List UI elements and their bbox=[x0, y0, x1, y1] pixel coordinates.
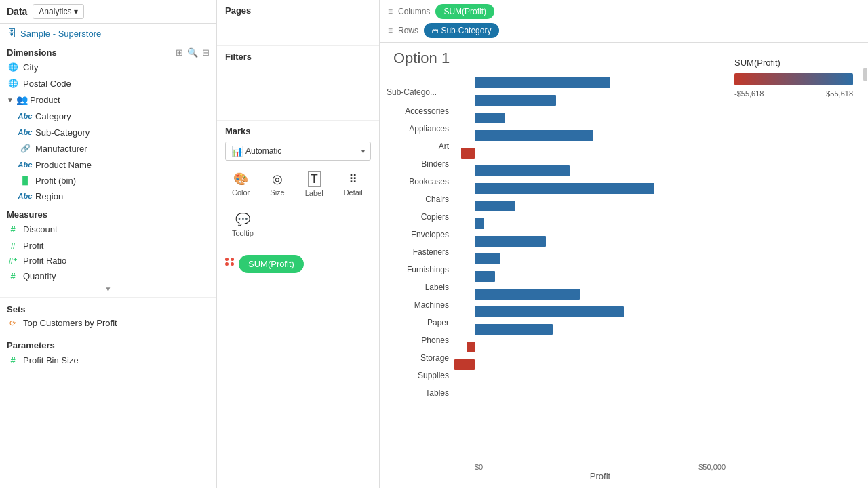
label-copiers: Copiers bbox=[387, 208, 454, 226]
marks-tooltip-button[interactable]: 💬 Tooltip bbox=[225, 208, 260, 241]
field-item-profit[interactable]: # Profit bbox=[3, 237, 214, 253]
columns-pill[interactable]: SUM(Profit) bbox=[435, 4, 494, 19]
field-label: Postal Code bbox=[23, 79, 71, 89]
bar-accessories bbox=[475, 77, 610, 88]
search-icon[interactable]: 🔍 bbox=[187, 47, 198, 58]
bar-row-furnishings bbox=[454, 232, 726, 250]
label-paper: Paper bbox=[387, 314, 454, 331]
bar-row-supplies bbox=[454, 338, 726, 356]
field-label: Category bbox=[35, 111, 71, 121]
field-item-product-group[interactable]: ▼ 👥 Product bbox=[3, 92, 214, 108]
bar-row-appliances bbox=[454, 92, 726, 109]
tooltip-label: Tooltip bbox=[232, 229, 254, 237]
label-machines: Machines bbox=[387, 296, 454, 314]
marks-label-button[interactable]: T Label bbox=[298, 167, 330, 201]
dimensions-list: 🌐 City 🌐 Postal Code ▼ 👥 Product Abc Cat… bbox=[0, 59, 216, 204]
datasource-row[interactable]: 🗄 Sample - Superstore bbox=[0, 24, 216, 43]
marks-type-icon: 📊 bbox=[231, 146, 243, 157]
label-supplies: Supplies bbox=[387, 367, 454, 384]
params-header: Parameters bbox=[7, 340, 55, 350]
pages-content bbox=[225, 20, 371, 40]
bar-row-phones bbox=[454, 303, 726, 321]
bar-bookcases bbox=[461, 148, 475, 159]
marks-size-button[interactable]: ◎ Size bbox=[263, 167, 291, 201]
chart-area: Option 1 Sub-Catego... Accessories Appli… bbox=[380, 43, 868, 488]
bar-phones bbox=[475, 306, 624, 317]
hash-icon: # bbox=[7, 223, 19, 235]
label-label: Label bbox=[305, 189, 323, 197]
grid-icon[interactable]: ⊞ bbox=[176, 47, 183, 58]
field-item-city[interactable]: 🌐 City bbox=[3, 59, 214, 75]
hash-plus-icon: #⁺ bbox=[7, 256, 19, 266]
field-item-profit-bin[interactable]: ▐▌ Profit (bin) bbox=[3, 173, 214, 188]
abc-icon: Abc bbox=[19, 190, 31, 202]
field-item-discount[interactable]: # Discount bbox=[3, 221, 214, 237]
field-item-postal-code[interactable]: 🌐 Postal Code bbox=[3, 75, 214, 92]
sort-icon[interactable]: ⊟ bbox=[202, 47, 210, 58]
field-item-product-name[interactable]: Abc Product Name bbox=[3, 157, 214, 173]
x-axis-labels: $0 $50,000 bbox=[475, 463, 726, 471]
measures-list: # Discount # Profit #⁺ Profit Ratio # Qu… bbox=[0, 221, 216, 294]
chart-content: Sub-Catego... Accessories Appliances Art… bbox=[387, 74, 726, 481]
datasource-label: Sample - Superstore bbox=[20, 28, 101, 39]
bar-row-labels bbox=[454, 250, 726, 268]
field-item-profit-bin-size[interactable]: # Profit Bin Size bbox=[3, 352, 214, 368]
marks-detail-button[interactable]: ⠿ Detail bbox=[337, 167, 370, 201]
x-zero-label: $0 bbox=[475, 463, 483, 471]
rows-pill[interactable]: 🗃 Sub-Category bbox=[424, 23, 499, 38]
field-item-sub-category[interactable]: Abc Sub-Category bbox=[3, 124, 214, 140]
bar-envelopes bbox=[475, 201, 515, 211]
sidebar-header: Data Analytics ▾ bbox=[0, 0, 216, 24]
field-item-top-customers[interactable]: ⟳ Top Customers by Profit bbox=[3, 316, 214, 330]
rows-label: Rows bbox=[398, 26, 418, 35]
x-axis-title-container: Profit bbox=[475, 471, 726, 481]
field-label: Profit (bin) bbox=[35, 176, 76, 186]
bar-row-storage bbox=[454, 321, 726, 338]
sum-profit-pill[interactable]: SUM(Profit) bbox=[239, 255, 304, 273]
field-item-quantity[interactable]: # Quantity bbox=[3, 268, 214, 284]
bar-row-paper bbox=[454, 285, 726, 303]
sub-category-items: Accessories Appliances Art Binders Bookc… bbox=[387, 102, 454, 402]
field-item-profit-ratio[interactable]: #⁺ Profit Ratio bbox=[3, 253, 214, 268]
legend-title: SUM(Profit) bbox=[734, 58, 853, 68]
measures-header: Measures bbox=[7, 209, 47, 220]
marks-color-button[interactable]: 🎨 Color bbox=[225, 167, 256, 201]
filters-label: Filters bbox=[225, 52, 371, 62]
marks-section: Marks 📊 Automatic ▾ 🎨 Color ◎ Size T Lab… bbox=[217, 121, 379, 488]
bar-row-art bbox=[454, 109, 726, 127]
field-item-region[interactable]: Abc Region bbox=[3, 188, 214, 204]
label-accessories: Accessories bbox=[387, 102, 454, 120]
field-label: City bbox=[23, 62, 38, 73]
pages-section: Pages bbox=[217, 0, 379, 46]
globe-icon: 🌐 bbox=[7, 77, 19, 89]
bar-binders bbox=[475, 130, 593, 141]
bar-row-machines bbox=[454, 268, 726, 285]
marks-type-dropdown[interactable]: 📊 Automatic ▾ bbox=[225, 142, 371, 161]
analytics-dropdown[interactable]: Analytics ▾ bbox=[33, 4, 84, 19]
negative-space-supplies bbox=[454, 342, 475, 352]
sum-profit-label: SUM(Profit) bbox=[248, 259, 294, 269]
bar-icon: ▐▌ bbox=[19, 175, 31, 186]
bar-fasteners bbox=[475, 218, 484, 229]
bar-furnishings bbox=[475, 236, 546, 247]
label-envelopes: Envelopes bbox=[387, 226, 454, 243]
globe-icon: 🌐 bbox=[7, 61, 19, 73]
pages-label: Pages bbox=[225, 5, 371, 16]
field-label: Profit Ratio bbox=[23, 256, 66, 266]
sub-category-header: Sub-Catego... bbox=[387, 87, 454, 97]
size-icon: ◎ bbox=[272, 171, 283, 186]
bar-appliances bbox=[475, 95, 556, 106]
negative-space-bookcases bbox=[454, 148, 475, 159]
field-item-category[interactable]: Abc Category bbox=[3, 108, 214, 124]
chart-title: Option 1 bbox=[387, 49, 726, 67]
size-label: Size bbox=[270, 188, 284, 197]
label-art: Art bbox=[387, 138, 454, 155]
marks-buttons-group: 🎨 Color ◎ Size T Label ⠿ Detail 💬 To bbox=[225, 167, 371, 241]
field-item-manufacturer[interactable]: 🔗 Manufacturer bbox=[3, 140, 214, 157]
data-label: Data bbox=[7, 6, 27, 17]
color-icon: 🎨 bbox=[233, 171, 248, 186]
filters-section: Filters bbox=[217, 46, 379, 121]
hash-icon: # bbox=[7, 270, 19, 282]
scroll-down-icon[interactable]: ▼ bbox=[105, 285, 112, 293]
x-axis: $0 $50,000 bbox=[475, 460, 726, 471]
